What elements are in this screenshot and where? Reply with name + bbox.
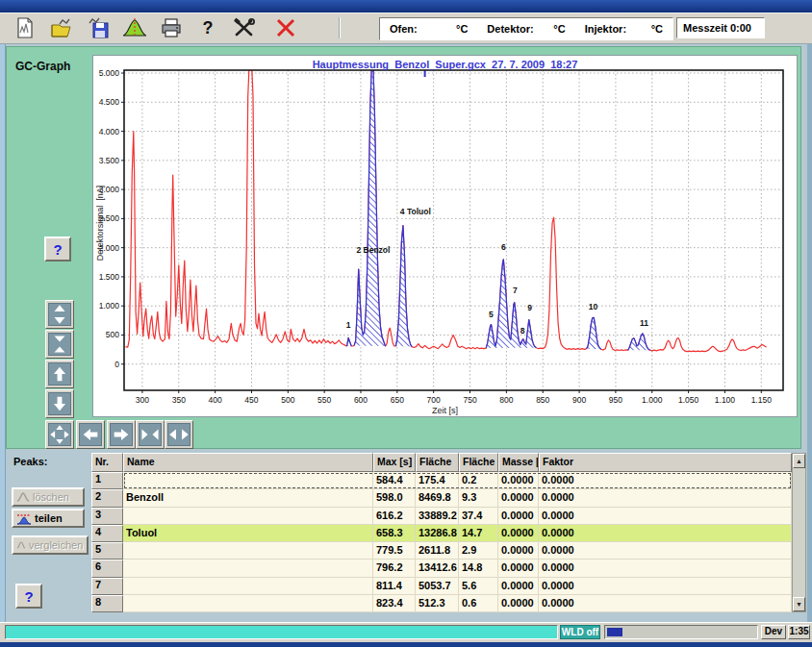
cell-max_s[interactable]: 658.3 xyxy=(373,525,416,542)
table-scrollbar[interactable]: ▲ ▼ xyxy=(792,453,806,612)
cell-flaeche[interactable]: 512.3 xyxy=(416,595,459,612)
cell-masse_ng[interactable]: 0.0000 xyxy=(498,595,539,612)
cell-max_s[interactable]: 584.4 xyxy=(373,472,416,489)
row-number-cell[interactable]: 8 xyxy=(91,595,123,612)
cell-masse_ng[interactable]: 0.0000 xyxy=(498,472,539,489)
column-header[interactable]: Fläche xyxy=(416,453,459,472)
column-header[interactable]: Masse [ng] xyxy=(498,453,539,472)
cell-max_s[interactable]: 811.4 xyxy=(373,578,416,595)
cell-max_s[interactable]: 616.2 xyxy=(373,508,416,525)
row-number-cell[interactable]: 2 xyxy=(91,489,123,507)
cell-name[interactable]: Toluol xyxy=(123,525,373,542)
cell-masse_ng[interactable]: 0.0000 xyxy=(498,525,539,542)
column-header[interactable]: Faktor xyxy=(539,453,792,472)
cell-faktor[interactable]: 0.0000 xyxy=(539,508,792,525)
compare-peak-button[interactable]: vergleichen xyxy=(12,535,89,555)
cell-name[interactable] xyxy=(123,472,373,489)
cell-flaeche[interactable]: 8469.8 xyxy=(416,489,459,507)
scroll-down-button[interactable]: ▼ xyxy=(793,597,805,611)
cell-flaeche[interactable]: 2611.8 xyxy=(416,542,459,560)
help-button[interactable]: ? xyxy=(192,15,223,40)
cell-flaeche_pct[interactable]: 5.6 xyxy=(459,578,498,595)
split-peak-button[interactable]: teilen xyxy=(12,509,85,528)
cell-name[interactable] xyxy=(123,560,373,577)
pan-left-button[interactable] xyxy=(76,420,105,449)
cell-masse_ng[interactable]: 0.0000 xyxy=(498,560,539,577)
zoom-collapse-horizontal-button[interactable] xyxy=(136,420,165,449)
cell-flaeche_pct[interactable]: 14.8 xyxy=(459,560,498,577)
table-row[interactable]: 5779.52611.82.90.00000.0000 xyxy=(91,542,792,560)
column-header[interactable]: Name xyxy=(123,453,373,472)
cell-max_s[interactable]: 779.5 xyxy=(373,542,416,560)
close-button[interactable] xyxy=(270,15,301,40)
pan-down-button[interactable] xyxy=(45,389,74,418)
row-number-cell[interactable]: 7 xyxy=(91,578,123,595)
cell-masse_ng[interactable]: 0.0000 xyxy=(498,489,539,507)
cell-flaeche[interactable]: 13286.8 xyxy=(416,525,459,542)
cell-faktor[interactable]: 0.0000 xyxy=(539,542,792,560)
save-file-button[interactable] xyxy=(83,15,114,40)
cell-max_s[interactable]: 598.0 xyxy=(373,489,416,507)
peak-tool-button[interactable] xyxy=(119,15,150,40)
cell-masse_ng[interactable]: 0.0000 xyxy=(498,578,539,595)
cell-flaeche_pct[interactable]: 9.3 xyxy=(459,489,498,507)
zoom-expand-horizontal-button[interactable] xyxy=(165,420,193,449)
cell-faktor[interactable]: 0.0000 xyxy=(539,560,792,577)
column-header[interactable]: Fläche [%] xyxy=(459,453,498,472)
scroll-up-button[interactable]: ▲ xyxy=(793,454,805,468)
cell-faktor[interactable]: 0.0000 xyxy=(539,472,792,489)
table-row[interactable]: 2Benzoll598.08469.89.30.00000.0000 xyxy=(91,489,792,507)
peaks-help-button[interactable]: ? xyxy=(15,584,42,609)
settings-button[interactable] xyxy=(229,15,260,40)
cell-faktor[interactable]: 0.0000 xyxy=(539,489,792,507)
zoom-collapse-vertical-button[interactable] xyxy=(45,330,74,359)
cell-masse_ng[interactable]: 0.0000 xyxy=(498,508,539,525)
cell-flaeche[interactable]: 33889.2 xyxy=(416,508,459,525)
open-file-button[interactable] xyxy=(46,15,77,40)
cell-flaeche_pct[interactable]: 0.2 xyxy=(459,472,498,489)
cell-faktor[interactable]: 0.0000 xyxy=(539,525,792,542)
row-number-cell[interactable]: 4 xyxy=(91,525,123,542)
wld-status-badge[interactable]: WLD off xyxy=(560,625,600,639)
cell-faktor[interactable]: 0.0000 xyxy=(539,595,792,612)
column-header[interactable]: Max [s] xyxy=(373,453,416,472)
cell-name[interactable] xyxy=(123,595,373,612)
table-row[interactable]: 1584.4175.40.20.00000.0000 xyxy=(91,472,792,489)
print-button[interactable] xyxy=(156,15,187,40)
row-number-cell[interactable]: 5 xyxy=(91,542,123,560)
pan-all-directions-button[interactable] xyxy=(45,420,74,449)
cell-flaeche_pct[interactable]: 37.4 xyxy=(459,508,498,525)
delete-peak-button[interactable]: löschen xyxy=(12,487,85,507)
cell-flaeche_pct[interactable]: 14.7 xyxy=(459,525,498,542)
row-number-cell[interactable]: 3 xyxy=(91,508,123,525)
cell-max_s[interactable]: 823.4 xyxy=(373,595,416,612)
cell-flaeche_pct[interactable]: 0.6 xyxy=(459,595,498,612)
column-header[interactable]: Nr. xyxy=(91,453,123,472)
cell-flaeche[interactable]: 175.4 xyxy=(416,472,459,489)
cell-flaeche[interactable]: 5053.7 xyxy=(416,578,459,595)
cell-name[interactable] xyxy=(123,578,373,595)
cell-masse_ng[interactable]: 0.0000 xyxy=(498,542,539,560)
table-row[interactable]: 7811.45053.75.60.00000.0000 xyxy=(91,578,792,595)
pan-up-button[interactable] xyxy=(45,360,74,388)
cell-flaeche[interactable]: 13412.6 xyxy=(416,560,459,577)
cell-max_s[interactable]: 796.2 xyxy=(373,560,416,577)
table-row[interactable]: 4Toluol658.313286.814.70.00000.0000 xyxy=(91,525,792,542)
cell-name[interactable]: Benzoll xyxy=(123,489,373,507)
readout-1: Detektor:°C xyxy=(477,23,574,35)
table-row[interactable]: 3616.233889.237.40.00000.0000 xyxy=(91,508,792,525)
table-row[interactable]: 6796.213412.614.80.00000.0000 xyxy=(91,560,792,577)
cell-flaeche_pct[interactable]: 2.9 xyxy=(459,542,498,560)
zoom-expand-vertical-button[interactable] xyxy=(45,300,74,329)
cell-name[interactable] xyxy=(123,508,373,525)
window-titlebar[interactable] xyxy=(0,0,812,12)
chromatogram-plot[interactable]: 12 Benzol4 Toluol56789101130035040045050… xyxy=(93,56,797,416)
graph-help-button[interactable]: ? xyxy=(44,236,71,261)
table-row[interactable]: 8823.4512.30.60.00000.0000 xyxy=(91,595,792,612)
row-number-cell[interactable]: 6 xyxy=(91,560,123,577)
cell-faktor[interactable]: 0.0000 xyxy=(539,578,792,595)
cell-name[interactable] xyxy=(123,542,373,560)
pan-right-button[interactable] xyxy=(107,420,136,449)
row-number-cell[interactable]: 1 xyxy=(91,472,123,489)
new-document-button[interactable] xyxy=(10,15,40,40)
